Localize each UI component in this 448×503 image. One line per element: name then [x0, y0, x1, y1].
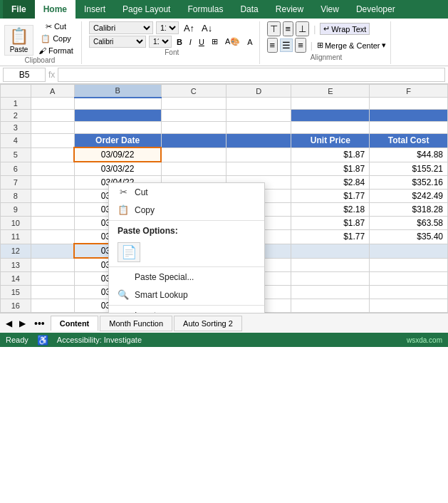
table-cell[interactable]: 03/09/22 — [74, 147, 161, 162]
menu-item-paste-special[interactable]: Paste Special... — [109, 269, 264, 286]
tab-file[interactable]: File — [3, 0, 35, 19]
table-cell[interactable] — [370, 286, 448, 299]
menu-item-paste-icon[interactable]: 📄 — [109, 239, 264, 265]
align-bottom-button[interactable]: ⊥ — [296, 21, 309, 36]
table-cell[interactable] — [226, 122, 291, 134]
copy-button[interactable]: 📋 Copy — [36, 33, 75, 44]
table-cell[interactable]: 03/03/22 — [74, 162, 161, 176]
table-cell[interactable] — [31, 217, 74, 230]
table-cell[interactable] — [226, 110, 291, 122]
table-cell[interactable] — [291, 110, 370, 122]
table-cell[interactable]: $2.84 — [291, 176, 370, 190]
table-cell[interactable]: $155.21 — [370, 162, 448, 176]
table-cell[interactable] — [226, 98, 291, 110]
menu-item-insert[interactable]: Insert... — [109, 307, 264, 313]
table-cell[interactable] — [31, 272, 74, 286]
tab-pagelayout[interactable]: Page Layout — [114, 0, 179, 19]
table-cell[interactable] — [161, 147, 226, 162]
table-cell[interactable] — [370, 272, 448, 286]
font-size-select2[interactable]: 11 — [149, 36, 172, 48]
table-cell[interactable] — [31, 299, 74, 313]
table-cell[interactable] — [291, 272, 370, 286]
table-cell[interactable] — [74, 98, 161, 110]
table-cell[interactable]: $63.58 — [370, 217, 448, 230]
border-button[interactable]: ⊞ — [209, 36, 220, 47]
font-size-select[interactable]: 11 — [156, 21, 179, 34]
table-cell[interactable] — [161, 122, 226, 134]
table-cell[interactable] — [74, 122, 161, 134]
table-cell[interactable] — [31, 122, 74, 134]
italic-button[interactable]: I — [187, 37, 194, 47]
align-middle-button[interactable]: ≡ — [283, 21, 294, 36]
table-cell[interactable] — [370, 98, 448, 110]
table-cell[interactable] — [161, 98, 226, 110]
table-cell[interactable] — [31, 286, 74, 299]
col-a-header[interactable]: A — [31, 85, 74, 98]
col-e-header[interactable]: E — [291, 85, 370, 98]
table-cell[interactable] — [291, 122, 370, 134]
table-cell[interactable] — [31, 244, 74, 258]
cell-reference[interactable] — [3, 68, 46, 82]
table-cell[interactable] — [291, 98, 370, 110]
table-cell[interactable] — [161, 110, 226, 122]
table-cell[interactable]: $1.87 — [291, 147, 370, 162]
table-cell[interactable] — [226, 147, 291, 162]
menu-item-copy[interactable]: 📋 Copy — [109, 201, 264, 219]
fill-color-button[interactable]: A🎨 — [223, 36, 242, 47]
table-cell[interactable]: $1.87 — [291, 162, 370, 176]
nav-prev-icon[interactable]: ◀ — [3, 317, 15, 330]
col-c-header[interactable]: C — [161, 85, 226, 98]
tab-view[interactable]: View — [312, 0, 348, 19]
table-cell[interactable]: $35.40 — [370, 230, 448, 244]
col-f-header[interactable]: F — [370, 85, 448, 98]
sheet-tab-month[interactable]: Month Function — [100, 316, 172, 331]
increase-font-button[interactable]: A↑ — [182, 22, 197, 34]
cut-button[interactable]: ✂ Cut — [36, 21, 75, 32]
align-center-button[interactable]: ☰ — [280, 38, 293, 52]
tab-review[interactable]: Review — [267, 0, 312, 19]
font-color-button[interactable]: A — [245, 37, 254, 47]
decrease-font-button[interactable]: A↓ — [199, 22, 214, 34]
font-family-select2[interactable]: Calibri — [89, 36, 146, 48]
table-cell[interactable] — [31, 230, 74, 244]
merge-cells-button[interactable]: ⊞ Merge & Center ▾ — [317, 41, 386, 50]
table-cell[interactable]: $352.16 — [370, 176, 448, 190]
table-cell[interactable] — [226, 134, 291, 148]
table-cell[interactable]: Total Cost — [370, 134, 448, 148]
table-cell[interactable] — [161, 134, 226, 148]
align-top-button[interactable]: ⊤ — [267, 21, 281, 36]
table-cell[interactable]: $318.28 — [370, 203, 448, 217]
table-cell[interactable]: $1.77 — [291, 190, 370, 203]
table-cell[interactable]: Unit Price — [291, 134, 370, 148]
table-cell[interactable] — [31, 162, 74, 176]
table-cell[interactable] — [31, 98, 74, 110]
tab-formulas[interactable]: Formulas — [179, 0, 231, 19]
table-cell[interactable] — [31, 176, 74, 190]
nav-next-icon[interactable]: ▶ — [16, 317, 28, 330]
table-cell[interactable] — [31, 190, 74, 203]
table-cell[interactable]: $2.18 — [291, 203, 370, 217]
dots-icon[interactable]: ••• — [30, 316, 49, 331]
table-cell[interactable] — [370, 244, 448, 258]
table-cell[interactable] — [31, 203, 74, 217]
wrap-text-button[interactable]: ↵ Wrap Text — [320, 23, 370, 35]
col-b-header[interactable]: B — [74, 85, 161, 98]
table-cell[interactable] — [31, 147, 74, 162]
menu-item-cut[interactable]: ✂ Cut — [109, 183, 264, 201]
table-cell[interactable] — [226, 162, 291, 176]
table-cell[interactable]: $242.49 — [370, 190, 448, 203]
format-painter-button[interactable]: 🖌 Format — [36, 46, 75, 56]
table-cell[interactable] — [291, 244, 370, 258]
tab-home[interactable]: Home — [35, 0, 75, 19]
table-cell[interactable] — [370, 299, 448, 313]
tab-insert[interactable]: Insert — [75, 0, 114, 19]
table-cell[interactable] — [31, 110, 74, 122]
underline-button[interactable]: U — [197, 37, 207, 47]
tab-developer[interactable]: Developer — [348, 0, 404, 19]
font-family-select[interactable]: Calibri — [89, 21, 153, 34]
paste-button[interactable]: 📋 Paste — [4, 25, 33, 56]
table-cell[interactable] — [370, 258, 448, 272]
table-cell[interactable] — [291, 286, 370, 299]
menu-item-smart-lookup[interactable]: 🔍 Smart Lookup — [109, 286, 264, 304]
table-cell[interactable] — [31, 258, 74, 272]
